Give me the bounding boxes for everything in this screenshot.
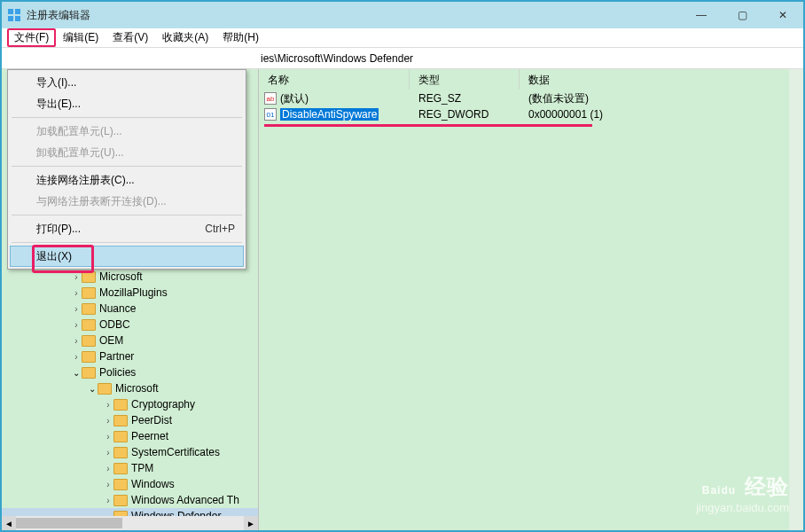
tree-item-label: Policies <box>99 366 136 379</box>
tree-item[interactable]: ›MozillaPlugins <box>2 285 258 301</box>
highlight-underline <box>264 124 592 127</box>
expand-arrow-icon[interactable]: › <box>103 400 113 410</box>
folder-icon <box>82 287 96 299</box>
menu-separator <box>12 242 242 243</box>
expand-arrow-icon[interactable]: ⌄ <box>71 368 82 378</box>
value-type: REG_DWORD <box>410 108 520 121</box>
tree-item[interactable]: ›Partner <box>2 348 258 364</box>
value-row[interactable]: 01DisableAntiSpywareREG_DWORD0x00000001 … <box>259 106 803 122</box>
scroll-thumb[interactable] <box>16 518 122 528</box>
menu-item-load-hive: 加载配置单元(L)... <box>10 121 244 142</box>
menu-item-print-label: 打印(P)... <box>36 222 81 237</box>
value-list: ab(默认)REG_SZ(数值未设置)01DisableAntiSpywareR… <box>259 90 803 530</box>
title-bar: 注册表编辑器 — ▢ ✕ <box>2 2 803 28</box>
folder-icon <box>113 495 128 506</box>
tree-item[interactable]: ›ODBC <box>2 317 258 332</box>
menu-item-export[interactable]: 导出(E)... <box>10 93 244 114</box>
menu-item-connect-network[interactable]: 连接网络注册表(C)... <box>10 169 244 191</box>
menu-bar: 文件(F) 编辑(E) 查看(V) 收藏夹(A) 帮助(H) <box>2 28 803 48</box>
folder-icon <box>82 351 96 363</box>
expand-arrow-icon[interactable]: › <box>71 336 82 346</box>
scroll-left-button[interactable]: ◄ <box>2 516 16 530</box>
folder-icon <box>113 399 128 411</box>
tree-item-label: Partner <box>99 350 134 363</box>
menu-item-unload-hive: 卸载配置单元(U)... <box>10 142 244 163</box>
menu-separator <box>12 215 242 215</box>
folder-icon <box>82 303 96 315</box>
file-menu-dropdown: 导入(I)... 导出(E)... 加载配置单元(L)... 卸载配置单元(U)… <box>7 69 246 270</box>
tree-item-label: Cryptography <box>131 398 195 411</box>
expand-arrow-icon[interactable]: › <box>71 272 82 282</box>
tree-item[interactable]: ⌄Microsoft <box>2 380 258 396</box>
tree-item-label: Microsoft <box>115 382 159 395</box>
tree-item[interactable]: ›TPM <box>2 460 258 476</box>
value-name: (默认) <box>280 91 309 106</box>
menu-help[interactable]: 帮助(H) <box>215 28 266 47</box>
menu-favorites[interactable]: 收藏夹(A) <box>155 28 215 47</box>
registry-tree[interactable]: Macrovision›Microsoft›MozillaPlugins›Nua… <box>2 253 258 530</box>
expand-arrow-icon[interactable]: › <box>71 304 82 314</box>
menu-item-print[interactable]: 打印(P)... Ctrl+P <box>10 218 244 239</box>
tree-item[interactable]: ›OEM <box>2 332 258 348</box>
expand-arrow-icon[interactable]: › <box>71 320 82 330</box>
folder-icon <box>113 479 128 490</box>
tree-item[interactable]: ⌄Policies <box>2 364 258 380</box>
folder-icon <box>113 415 128 426</box>
folder-icon <box>82 335 96 347</box>
column-header-type[interactable]: 类型 <box>410 69 520 90</box>
expand-arrow-icon[interactable]: › <box>103 464 113 473</box>
values-panel: 名称 类型 数据 ab(默认)REG_SZ(数值未设置)01DisableAnt… <box>259 69 803 530</box>
tree-item[interactable]: ›Cryptography <box>2 396 258 412</box>
tree-item[interactable]: ›PeerDist <box>2 412 258 428</box>
value-row[interactable]: ab(默认)REG_SZ(数值未设置) <box>259 90 803 106</box>
tree-item-label: MozillaPlugins <box>99 286 168 299</box>
scroll-track[interactable] <box>16 516 244 530</box>
menu-item-exit[interactable]: 退出(X) <box>10 246 244 267</box>
tree-item[interactable]: ›Windows <box>2 476 258 492</box>
menu-separator <box>12 166 242 167</box>
binary-value-icon: 01 <box>264 108 277 121</box>
value-type: REG_SZ <box>410 92 520 105</box>
expand-arrow-icon[interactable]: › <box>103 448 113 458</box>
expand-arrow-icon[interactable]: › <box>103 432 113 442</box>
tree-item[interactable]: ›Windows Advanced Th <box>2 492 258 508</box>
tree-item-label: Windows <box>131 478 175 490</box>
menu-separator <box>12 117 242 118</box>
expand-arrow-icon[interactable]: › <box>71 288 82 298</box>
tree-item[interactable]: ›Peernet <box>2 428 258 444</box>
expand-arrow-icon[interactable]: › <box>103 496 113 505</box>
menu-item-print-shortcut: Ctrl+P <box>205 223 235 235</box>
menu-item-disconnect-network: 与网络注册表断开连接(D)... <box>10 191 244 212</box>
tree-horizontal-scrollbar[interactable]: ◄ ► <box>2 516 258 530</box>
expand-arrow-icon[interactable]: ⌄ <box>87 384 98 394</box>
tree-item[interactable]: ›SystemCertificates <box>2 444 258 460</box>
content-area: 导入(I)... 导出(E)... 加载配置单元(L)... 卸载配置单元(U)… <box>2 69 803 530</box>
maximize-button[interactable]: ▢ <box>722 2 762 28</box>
tree-item-label: Nuance <box>99 302 136 315</box>
menu-file[interactable]: 文件(F) <box>7 28 56 47</box>
tree-item-label: OEM <box>99 334 123 347</box>
app-window: 注册表编辑器 — ▢ ✕ 文件(F) 编辑(E) 查看(V) 收藏夹(A) 帮助… <box>0 0 805 532</box>
tree-item-label: ODBC <box>99 318 130 331</box>
tree-item[interactable]: ›Nuance <box>2 301 258 317</box>
window-title: 注册表编辑器 <box>27 8 681 23</box>
close-button[interactable]: ✕ <box>762 2 803 28</box>
value-data: 0x00000001 (1) <box>520 108 803 121</box>
menu-item-import[interactable]: 导入(I)... <box>10 72 244 93</box>
folder-icon <box>113 463 128 474</box>
minimize-button[interactable]: — <box>681 2 722 28</box>
menu-view[interactable]: 查看(V) <box>106 28 155 47</box>
expand-arrow-icon[interactable]: › <box>103 480 113 489</box>
expand-arrow-icon[interactable]: › <box>71 352 82 362</box>
scroll-right-button[interactable]: ► <box>244 516 258 530</box>
expand-arrow-icon[interactable]: › <box>103 416 113 426</box>
column-header-data[interactable]: 数据 <box>520 69 803 90</box>
address-bar[interactable]: ies\Microsoft\Windows Defender <box>2 48 803 69</box>
tree-item-label: Peernet <box>131 430 168 442</box>
column-header-name[interactable]: 名称 <box>259 69 410 90</box>
menu-edit[interactable]: 编辑(E) <box>56 28 106 47</box>
value-name: DisableAntiSpyware <box>280 108 379 121</box>
svg-rect-1 <box>15 9 20 14</box>
values-vertical-scrollbar[interactable] <box>789 69 803 530</box>
address-path: ies\Microsoft\Windows Defender <box>261 52 413 65</box>
